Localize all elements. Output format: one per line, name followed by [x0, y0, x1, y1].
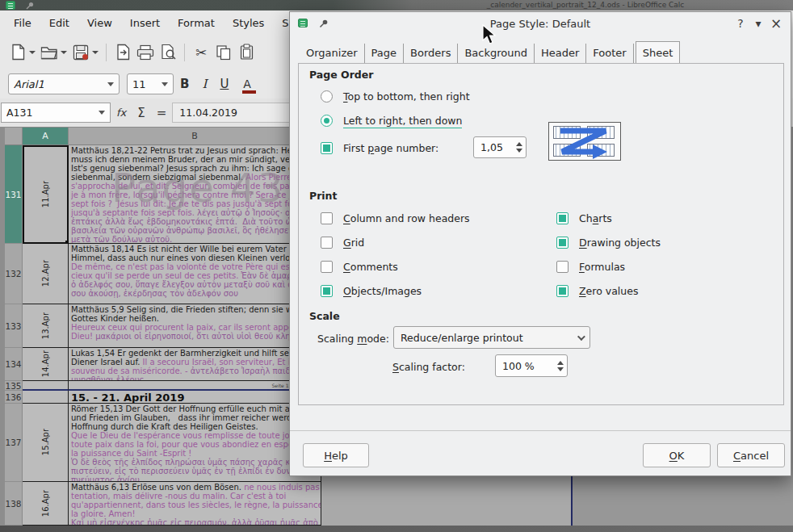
- objects-images-label[interactable]: Objects/Images: [343, 285, 422, 297]
- sum-icon[interactable]: Σ: [137, 106, 145, 120]
- tab-footer[interactable]: Footer: [586, 44, 633, 63]
- bold-button[interactable]: B: [180, 77, 189, 91]
- date-cell[interactable]: 11.Apr: [23, 145, 69, 244]
- print-icon[interactable]: [136, 43, 155, 62]
- tab-header[interactable]: Header: [535, 44, 586, 63]
- new-document-icon[interactable]: [8, 43, 27, 62]
- menu-view[interactable]: View: [78, 13, 121, 33]
- new-document-dropdown-icon[interactable]: [29, 51, 36, 54]
- scaling-factor-spinbox[interactable]: 100 %: [495, 354, 568, 377]
- row-header[interactable]: 137: [5, 404, 23, 482]
- drawing-objects-checkbox[interactable]: [556, 237, 569, 249]
- cut-icon[interactable]: ✂: [191, 43, 211, 62]
- tab-background[interactable]: Background: [458, 44, 535, 63]
- select-all-corner[interactable]: [5, 127, 23, 145]
- date-cell[interactable]: [23, 381, 69, 391]
- formulas-label[interactable]: Formulas: [579, 261, 625, 273]
- open-icon[interactable]: [40, 43, 59, 62]
- grid-checkbox[interactable]: [321, 237, 333, 249]
- font-color-button[interactable]: A: [243, 77, 251, 90]
- top-to-bottom-radio[interactable]: [321, 90, 333, 103]
- comments-checkbox[interactable]: [321, 261, 333, 273]
- date-cell[interactable]: 16.Apr: [23, 482, 69, 526]
- first-page-number-checkbox[interactable]: [321, 142, 333, 154]
- chevron-down-icon[interactable]: [162, 82, 168, 86]
- chevron-down-icon[interactable]: [99, 111, 105, 115]
- column-row-headers-checkbox[interactable]: [321, 212, 333, 224]
- date-cell[interactable]: [23, 391, 69, 404]
- row-header[interactable]: 136: [5, 391, 23, 404]
- menu-format[interactable]: Format: [169, 13, 224, 33]
- scaling-mode-dropdown[interactable]: Reduce/enlarge printout: [393, 326, 590, 349]
- tab-organizer[interactable]: Organizer: [300, 44, 365, 63]
- italic-button[interactable]: I: [202, 77, 207, 91]
- row-header[interactable]: 133: [5, 304, 23, 348]
- menu-edit[interactable]: Edit: [40, 13, 78, 33]
- paste-icon[interactable]: [237, 43, 256, 62]
- spinner-arrows[interactable]: [551, 361, 564, 371]
- equals-icon[interactable]: =: [157, 106, 167, 120]
- tab-page[interactable]: Page: [365, 44, 404, 63]
- cancel-button[interactable]: Cancel: [717, 443, 785, 467]
- comments-label[interactable]: Comments: [343, 261, 398, 273]
- column-header-b[interactable]: B: [69, 127, 321, 145]
- function-wizard-icon[interactable]: fx: [116, 107, 126, 119]
- chevron-down-icon[interactable]: ▾: [750, 15, 766, 31]
- row-header[interactable]: 132: [5, 244, 23, 304]
- charts-checkbox[interactable]: [556, 212, 569, 224]
- formulas-checkbox[interactable]: [556, 261, 569, 273]
- underline-button[interactable]: U: [220, 77, 229, 91]
- spin-down-icon[interactable]: [557, 367, 564, 371]
- font-name-combo[interactable]: Arial1: [8, 73, 120, 94]
- date-cell[interactable]: 14.Apr: [23, 348, 69, 381]
- row-header[interactable]: 131: [5, 145, 23, 244]
- spin-down-icon[interactable]: [516, 149, 522, 153]
- dialog-titlebar[interactable]: Page Style: Default ? ▾ ×: [290, 12, 791, 35]
- spin-up-icon[interactable]: [516, 142, 522, 146]
- name-box[interactable]: A131: [1, 103, 111, 123]
- chevron-down-icon[interactable]: [107, 82, 114, 86]
- zero-values-label[interactable]: Zero values: [579, 285, 638, 297]
- menu-file[interactable]: File: [5, 13, 40, 33]
- verse-cell[interactable]: Matthäus 5,9 Selig sind, die Frieden sti…: [69, 304, 321, 348]
- tab-sheet[interactable]: Sheet: [636, 41, 681, 63]
- column-header-a[interactable]: A: [23, 127, 69, 145]
- charts-label[interactable]: Charts: [579, 212, 612, 224]
- help-titlebar-button[interactable]: ?: [732, 15, 749, 31]
- save-icon[interactable]: [71, 43, 90, 62]
- font-size-combo[interactable]: 11: [127, 73, 174, 94]
- row-header[interactable]: 138: [5, 482, 23, 526]
- verse-cell[interactable]: Matthäus 6,13 Erlöse uns von dem Bösen. …: [69, 482, 321, 526]
- verse-cell[interactable]: Römer 15,13 Der Gott der Hoffnung erfüll…: [69, 404, 321, 482]
- verse-cell[interactable]: 15. - 21. April 2019: [69, 391, 321, 404]
- date-cell[interactable]: 12.Apr: [23, 244, 69, 304]
- save-dropdown-icon[interactable]: [92, 51, 99, 54]
- date-cell[interactable]: 13.Apr: [23, 304, 69, 348]
- verse-cell[interactable]: Seite 15Ang: [69, 381, 321, 391]
- first-page-number-spinbox[interactable]: 1,05: [473, 136, 527, 158]
- export-pdf-icon[interactable]: [113, 43, 132, 62]
- date-cell[interactable]: 15.Apr: [23, 404, 69, 482]
- tab-borders[interactable]: Borders: [404, 44, 458, 63]
- help-button[interactable]: Help: [303, 443, 369, 467]
- row-header[interactable]: 135: [5, 381, 23, 391]
- spin-up-icon[interactable]: [557, 361, 564, 365]
- grid-label[interactable]: Grid: [343, 237, 364, 249]
- verse-cell[interactable]: Matthäus 18,14 Es ist nicht der Wille be…: [69, 244, 321, 304]
- open-dropdown-icon[interactable]: [61, 51, 67, 54]
- menu-styles[interactable]: Styles: [224, 13, 273, 33]
- spinner-arrows[interactable]: [510, 142, 522, 153]
- first-page-number-label[interactable]: First page number:: [343, 142, 438, 154]
- left-to-right-radio[interactable]: [321, 115, 333, 127]
- copy-icon[interactable]: [214, 43, 233, 62]
- top-to-bottom-label[interactable]: Top to bottom, then right: [343, 90, 470, 103]
- menu-insert[interactable]: Insert: [121, 13, 169, 33]
- zero-values-checkbox[interactable]: [556, 285, 569, 297]
- print-preview-icon[interactable]: [158, 43, 178, 62]
- column-row-headers-label[interactable]: Column and row headers: [343, 212, 470, 224]
- row-header[interactable]: 134: [5, 348, 23, 381]
- verse-cell[interactable]: Matthäus 18,21-22 Petrus trat zu Jesus u…: [69, 145, 321, 244]
- drawing-objects-label[interactable]: Drawing objects: [579, 237, 661, 249]
- verse-cell[interactable]: Lukas 1,54 Er gedenkt der Barmherzigkeit…: [69, 348, 321, 381]
- close-icon[interactable]: ×: [768, 15, 784, 31]
